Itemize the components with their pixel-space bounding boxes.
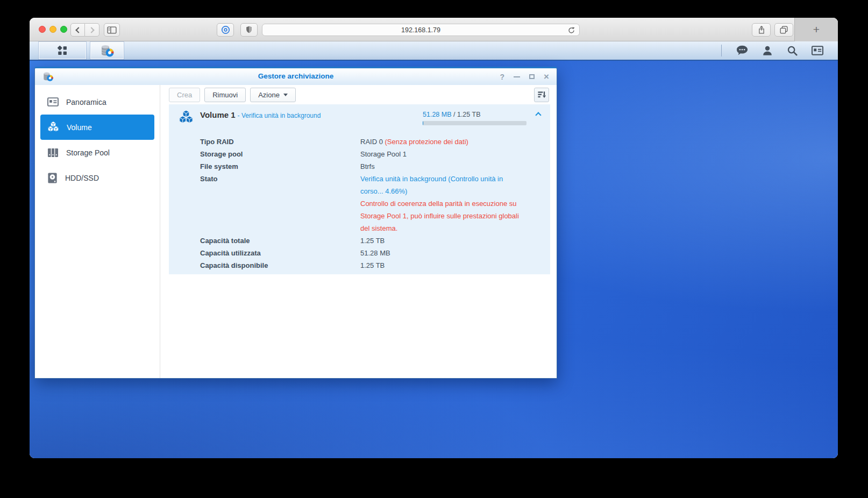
- storage-manager-window: Gestore archiviazione ? ×: [34, 67, 557, 379]
- detail-row: Capacità utilizzata 51.28 MB: [200, 247, 550, 259]
- window-title: Gestore archiviazione: [35, 72, 557, 80]
- share-icon: [757, 25, 766, 35]
- volume-status-suffix: - Verifica unità in background: [238, 112, 321, 119]
- sidebar-toggle-button[interactable]: [104, 23, 120, 37]
- close-window-button[interactable]: [39, 26, 46, 33]
- forward-button[interactable]: [85, 23, 99, 37]
- window-titlebar[interactable]: Gestore archiviazione ? ×: [35, 68, 557, 85]
- nav-buttons: [70, 23, 99, 37]
- window-controls: ? ×: [500, 68, 550, 85]
- storage-pool-icon: [47, 147, 59, 158]
- share-button[interactable]: [752, 23, 771, 37]
- create-button[interactable]: Crea: [169, 88, 200, 102]
- minimize-button[interactable]: [514, 76, 520, 77]
- collapse-all-button[interactable]: [534, 88, 549, 102]
- notifications-button[interactable]: [736, 45, 749, 56]
- dsm-taskbar: [30, 41, 838, 61]
- widgets-button[interactable]: [811, 45, 824, 56]
- forward-icon: [88, 27, 94, 33]
- volume-cubes-icon: [47, 121, 60, 133]
- content-toolbar: Crea Rimuovi Azione: [160, 85, 557, 104]
- volume-usage-text: 51.28 MB / 1.25 TB: [423, 111, 481, 118]
- new-tab-button[interactable]: +: [794, 18, 838, 41]
- detail-row: File system Btrfs: [200, 160, 550, 173]
- sidebar-item-label: Storage Pool: [66, 148, 110, 157]
- shield-extension-button[interactable]: [240, 23, 258, 37]
- onepassword-extension-button[interactable]: [217, 23, 234, 37]
- chat-icon: [736, 45, 749, 56]
- taskbar-right-icons: [721, 41, 824, 60]
- overview-icon: [47, 97, 59, 107]
- maximize-button[interactable]: [529, 74, 535, 79]
- action-dropdown-button[interactable]: Azione: [250, 88, 296, 102]
- sidebar-item-storage-pool[interactable]: Storage Pool: [40, 140, 154, 165]
- status-info-text: Verifica unità in background (Controllo …: [360, 173, 522, 197]
- storage-manager-taskbar-button[interactable]: [90, 42, 124, 59]
- main-menu-icon: [56, 44, 69, 57]
- detail-row: Storage pool Storage Pool 1: [200, 148, 550, 160]
- safari-window: 192.168.1.79: [30, 18, 838, 458]
- detail-row: Tipo RAID RAID 0 (Senza protezione dei d…: [200, 136, 550, 148]
- minimize-window-button[interactable]: [49, 26, 56, 33]
- shield-icon: [244, 25, 254, 35]
- reload-button[interactable]: [567, 26, 576, 35]
- caret-down-icon: [283, 94, 288, 96]
- usage-progress-bar: [423, 121, 527, 125]
- back-icon: [75, 27, 81, 33]
- help-button[interactable]: ?: [500, 73, 505, 81]
- sidebar-item-label: Panoramica: [66, 98, 106, 106]
- chevron-up-icon[interactable]: [535, 112, 541, 118]
- sidebar-item-label: Volume: [67, 123, 92, 132]
- taskbar-divider: [721, 45, 722, 56]
- zoom-window-button[interactable]: [60, 26, 67, 33]
- widgets-icon: [811, 45, 824, 56]
- raid-warning: (Senza protezione dei dati): [385, 138, 468, 146]
- main-menu-button[interactable]: [39, 42, 86, 59]
- url-text: 192.168.1.79: [401, 26, 440, 34]
- volume-panel: Volume 1- Verifica unità in background 5…: [169, 104, 550, 274]
- detail-row: Capacità disponibile 1.25 TB: [200, 259, 550, 272]
- volume-header[interactable]: Volume 1- Verifica unità in background 5…: [169, 104, 550, 131]
- volume-icon: [178, 110, 194, 125]
- plus-icon: +: [813, 23, 820, 36]
- sidebar-item-hdd-ssd[interactable]: HDD/SSD: [40, 165, 154, 190]
- back-button[interactable]: [70, 23, 85, 37]
- sort-collapse-icon: [537, 90, 546, 99]
- detail-row: Capacità totale 1.25 TB: [200, 234, 550, 247]
- usage-progress-fill: [423, 121, 423, 125]
- search-icon: [786, 45, 798, 56]
- onepassword-icon: [220, 25, 231, 35]
- search-button[interactable]: [786, 45, 798, 56]
- address-bar[interactable]: 192.168.1.79: [262, 24, 580, 36]
- window-body: Panoramica: [35, 85, 557, 378]
- sidebar-item-label: HDD/SSD: [65, 174, 99, 182]
- tab-overview-button[interactable]: [774, 23, 793, 37]
- sidebar: Panoramica: [35, 85, 160, 378]
- storage-manager-app-icon: [100, 44, 115, 58]
- volume-details: Tipo RAID RAID 0 (Senza protezione dei d…: [169, 131, 550, 272]
- close-button[interactable]: ×: [544, 72, 549, 81]
- sidebar-item-volume[interactable]: Volume: [40, 115, 154, 140]
- user-menu-button[interactable]: [762, 45, 773, 56]
- hdd-icon: [47, 172, 58, 184]
- sidebar-icon: [106, 26, 117, 34]
- reload-icon: [567, 26, 576, 35]
- detail-row-status: Stato Verifica unità in background (Cont…: [200, 173, 550, 234]
- browser-toolbar: 192.168.1.79: [30, 18, 838, 41]
- tabs-icon: [779, 25, 789, 35]
- content-area: Crea Rimuovi Azione: [160, 85, 557, 378]
- dsm-desktop: Gestore archiviazione ? ×: [30, 41, 838, 458]
- screen: 192.168.1.79: [0, 0, 868, 498]
- volume-title: Volume 1- Verifica unità in background: [200, 110, 321, 119]
- remove-button[interactable]: Rimuovi: [204, 88, 246, 102]
- sidebar-item-panoramica[interactable]: Panoramica: [40, 89, 154, 115]
- status-warning-text: Controllo di coerenza della parità in es…: [360, 197, 522, 234]
- user-icon: [762, 45, 773, 56]
